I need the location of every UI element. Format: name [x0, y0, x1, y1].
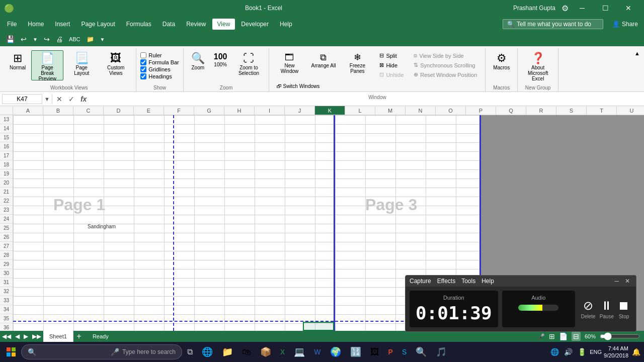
page-layout-status-icon[interactable]: 📄: [559, 332, 568, 340]
tray-volume-icon[interactable]: 🔊: [562, 348, 574, 356]
taskbar-dropbox-icon[interactable]: 📦: [256, 343, 275, 361]
stop-button[interactable]: ⏹ Stop: [618, 299, 630, 319]
row-15[interactable]: 15: [0, 133, 13, 142]
row-13[interactable]: 13: [0, 115, 13, 124]
row-35[interactable]: 35: [0, 314, 13, 323]
row-32[interactable]: 32: [0, 287, 13, 296]
col-S[interactable]: S: [556, 106, 587, 115]
row-26[interactable]: 26: [0, 233, 13, 242]
capture-menu-tools[interactable]: Tools: [461, 278, 475, 285]
notifications-icon[interactable]: 🔔: [630, 348, 642, 356]
capture-menu-help[interactable]: Help: [481, 278, 494, 285]
switch-windows-button[interactable]: 🗗 Switch Windows: [273, 81, 323, 92]
pause-button[interactable]: ⏸ Pause: [600, 299, 614, 319]
row-18[interactable]: 18: [0, 160, 13, 169]
page1-area[interactable]: Page 1 Sandingham William: [13, 115, 335, 331]
quick-print-button[interactable]: 🖨: [54, 34, 65, 44]
row-36[interactable]: 36: [0, 323, 13, 331]
col-H[interactable]: H: [224, 106, 255, 115]
taskbar-excel-icon[interactable]: X: [276, 343, 289, 361]
row-27[interactable]: 27: [0, 242, 13, 251]
col-B[interactable]: B: [43, 106, 73, 115]
tray-network-icon[interactable]: 🌐: [549, 348, 560, 356]
ruler-check[interactable]: [140, 52, 146, 58]
hide-button[interactable]: ⊠ Hide: [377, 61, 406, 69]
col-N[interactable]: N: [406, 106, 436, 115]
row-19[interactable]: 19: [0, 169, 13, 178]
normal-view-button[interactable]: ⊞ Normal: [6, 50, 29, 80]
taskbar-music-icon[interactable]: 🎵: [432, 343, 451, 361]
unhide-button[interactable]: ⊡ Unhide: [377, 70, 406, 79]
col-A[interactable]: A: [13, 106, 43, 115]
col-R[interactable]: R: [526, 106, 556, 115]
page-break-preview-button[interactable]: 📄 Page Break Preview: [31, 50, 63, 80]
sync-scrolling-button[interactable]: ⇅ Synchronous Scrolling: [412, 61, 479, 69]
col-K[interactable]: K: [315, 106, 345, 115]
sheet-tab-sheet1[interactable]: Sheet1: [43, 331, 73, 342]
taskbar-powerpoint-icon[interactable]: P: [384, 343, 397, 361]
tab-scroll-right[interactable]: ▶▶: [30, 333, 43, 340]
row-22[interactable]: 22: [0, 197, 13, 206]
taskbar-search[interactable]: 🔍 🎤 Type here to search: [21, 344, 182, 359]
menu-formulas[interactable]: Formulas: [121, 19, 156, 30]
ribbon-collapse[interactable]: ▲: [632, 48, 642, 92]
custom-views-button[interactable]: 🖼 Custom Views: [100, 50, 132, 80]
taskbar-store-icon[interactable]: 🛍: [238, 343, 255, 361]
col-D[interactable]: D: [104, 106, 134, 115]
normal-view-status-icon[interactable]: ⊞: [549, 332, 555, 340]
taskbar-edge-icon[interactable]: 🌐: [198, 343, 217, 361]
maximize-button[interactable]: ☐: [594, 0, 617, 16]
col-O[interactable]: O: [436, 106, 466, 115]
formula-bar-check[interactable]: [140, 59, 146, 65]
view-side-by-side-button[interactable]: ⧈ View Side by Side: [412, 51, 479, 60]
menu-page-layout[interactable]: Page Layout: [76, 19, 120, 30]
taskbar-skype-icon[interactable]: S: [398, 343, 411, 361]
undo-button[interactable]: ↩: [19, 34, 29, 44]
open-file-button[interactable]: 📁: [85, 35, 96, 44]
row-34[interactable]: 34: [0, 305, 13, 314]
taskbar-chrome-icon[interactable]: 🌍: [326, 343, 345, 361]
taskbar-clock[interactable]: 7:44 AM 9/20/2018: [604, 345, 628, 359]
col-P[interactable]: P: [466, 106, 496, 115]
split-button[interactable]: ⊟ Split: [377, 51, 406, 60]
col-M[interactable]: M: [375, 106, 406, 115]
share-button[interactable]: 👤 Share: [608, 19, 642, 30]
menu-data[interactable]: Data: [157, 19, 180, 30]
menu-view[interactable]: View: [212, 19, 235, 30]
row-28[interactable]: 28: [0, 251, 13, 260]
spell-check-button[interactable]: ABC: [67, 35, 83, 43]
page-break-status-icon[interactable]: ⊟: [572, 332, 581, 341]
redo-button[interactable]: ↪: [42, 34, 52, 44]
cell-reference-input[interactable]: [2, 94, 42, 104]
col-U[interactable]: U: [617, 106, 644, 115]
ruler-checkbox[interactable]: Ruler: [140, 52, 179, 58]
capture-menu-effects[interactable]: Effects: [437, 278, 455, 285]
freeze-panes-button[interactable]: ❄ Freeze Panes: [341, 50, 373, 80]
row-16[interactable]: 16: [0, 142, 13, 151]
capture-menu-capture[interactable]: Capture: [410, 278, 431, 285]
row-14[interactable]: 14: [0, 124, 13, 133]
col-J[interactable]: J: [285, 106, 315, 115]
col-C[interactable]: C: [73, 106, 104, 115]
row-20[interactable]: 20: [0, 178, 13, 188]
menu-review[interactable]: Review: [181, 19, 211, 30]
zoom-button[interactable]: 🔍 Zoom: [188, 50, 208, 80]
menu-home[interactable]: Home: [23, 19, 49, 30]
qat-more-button[interactable]: ▼: [98, 36, 107, 43]
col-L[interactable]: L: [345, 106, 375, 115]
row-17[interactable]: 17: [0, 151, 13, 160]
formula-confirm-button[interactable]: ✓: [66, 94, 76, 104]
page-layout-button[interactable]: 📃 Page Layout: [65, 50, 98, 80]
gridlines-check[interactable]: [140, 66, 146, 72]
gridlines-checkbox[interactable]: Gridlines: [140, 66, 179, 72]
taskbar-folder-icon[interactable]: 📁: [218, 343, 237, 361]
row-30[interactable]: 30: [0, 269, 13, 278]
row-31[interactable]: 31: [0, 278, 13, 287]
col-I[interactable]: I: [255, 106, 285, 115]
macros-button[interactable]: ⚙ Macros: [490, 50, 513, 80]
arrange-all-button[interactable]: ⧉ Arrange All: [307, 50, 339, 80]
menu-file[interactable]: File: [2, 19, 22, 30]
insert-function-button[interactable]: fx: [78, 94, 89, 104]
formula-bar-expand-icon[interactable]: ▼: [44, 96, 50, 102]
minimize-button[interactable]: ─: [571, 0, 594, 16]
